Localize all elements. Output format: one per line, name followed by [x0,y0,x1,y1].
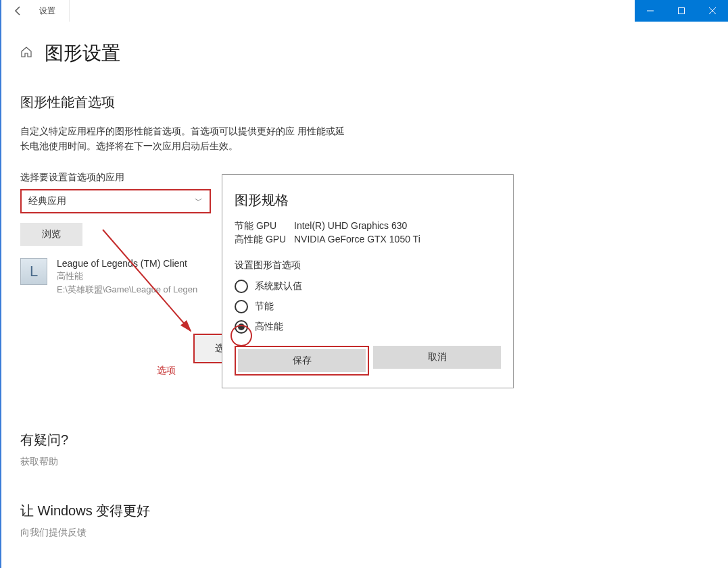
app-path: E:\英雄联盟\Game\League of Legen [57,284,197,296]
feedback-link[interactable]: 向我们提供反馈 [20,527,728,539]
dialog-title: 图形规格 [235,191,501,209]
perf-gpu-value: NVIDIA GeForce GTX 1050 Ti [294,234,420,246]
radio-label: 节能 [255,301,274,313]
radio-label: 高性能 [255,321,283,333]
maximize-icon [678,7,685,14]
section-description: 自定义特定应用程序的图形性能首选项。首选项可以提供更好的应 用性能或延长电池使用… [20,124,345,154]
maximize-button[interactable] [666,0,697,22]
close-button[interactable] [697,0,728,22]
home-icon[interactable] [20,46,32,61]
perf-gpu-label: 高性能 GPU [235,234,294,246]
radio-power-saving[interactable]: 节能 [235,300,501,313]
app-type-dropdown[interactable]: 经典应用 ﹀ [20,189,211,213]
eco-gpu-value: Intel(R) UHD Graphics 630 [294,220,407,232]
titlebar: 设置 [1,0,728,22]
arrow-left-icon [13,5,24,16]
pref-title: 设置图形首选项 [235,259,501,272]
svg-rect-1 [679,8,685,14]
graphics-spec-dialog: 图形规格 节能 GPU Intel(R) UHD Graphics 630 高性… [222,174,514,388]
improve-windows-title: 让 Windows 变得更好 [20,502,728,520]
radio-icon-selected [235,320,248,334]
window-title: 设置 [35,0,70,22]
save-button[interactable]: 保存 [238,349,366,372]
minimize-icon [647,7,654,14]
app-list-item[interactable]: L League of Legends (TM) Client 高性能 E:\英… [20,258,230,296]
section-title: 图形性能首选项 [20,93,728,111]
radio-high-performance[interactable]: 高性能 [235,320,501,334]
cancel-button[interactable]: 取消 [373,346,501,369]
eco-gpu-label: 节能 GPU [235,220,294,232]
window-controls [635,0,728,22]
annotation-options-label: 选项 [157,365,176,377]
get-help-link[interactable]: 获取帮助 [20,456,728,468]
radio-icon [235,300,248,313]
radio-label: 系统默认值 [255,280,302,292]
annotation-save-highlight: 保存 [235,346,369,376]
page-title: 图形设置 [45,41,120,66]
have-questions-title: 有疑问? [20,431,728,449]
browse-button[interactable]: 浏览 [20,223,82,246]
radio-icon [235,280,248,293]
app-name: League of Legends (TM) Client [57,258,197,269]
chevron-down-icon: ﹀ [195,195,203,207]
minimize-button[interactable] [635,0,666,22]
radio-system-default[interactable]: 系统默认值 [235,280,501,293]
app-icon: L [20,258,47,285]
dropdown-value: 经典应用 [28,195,66,207]
app-performance-mode: 高性能 [57,270,197,282]
back-button[interactable] [1,0,35,22]
close-icon [709,7,716,14]
